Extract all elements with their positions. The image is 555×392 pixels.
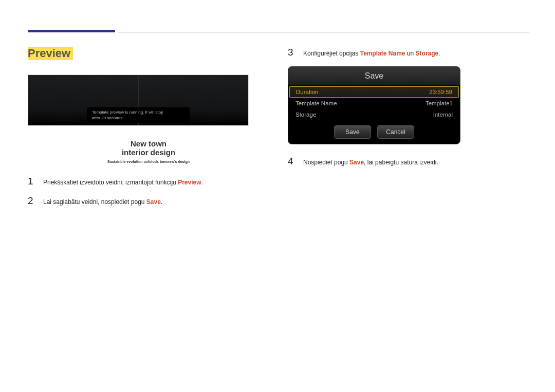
cancel-button[interactable]: Cancel [377, 125, 414, 139]
step-text-highlight: Storage [416, 50, 439, 57]
header-accent [28, 30, 115, 32]
preview-msg-line1: Template preview is running. It will sto… [92, 110, 163, 115]
save-row-label: Storage [295, 111, 316, 118]
preview-running-message: Template preview is running. It will sto… [87, 107, 190, 123]
save-row-value: 23:59:59 [429, 89, 452, 95]
step-text-suffix: . [161, 198, 162, 206]
step-text: Nospiediet pogu Save, lai pabeigtu satur… [303, 158, 438, 167]
save-row-duration[interactable]: Duration 23:59:59 [289, 86, 459, 98]
section-heading-preview: Preview [28, 47, 73, 60]
preview-screenshot: Template preview is running. It will sto… [28, 74, 249, 126]
preview-msg-line2: after 20 seconds. [92, 116, 123, 120]
step-text-suffix: . [438, 50, 440, 57]
step-text-suffix: , lai pabeigtu satura izveidi. [364, 159, 438, 166]
step-text-mid: un [405, 50, 416, 57]
save-row-storage[interactable]: Storage Internal [289, 109, 459, 120]
step-text-prefix: Lai saglabātu veidni, nospiediet pogu [43, 198, 146, 206]
step-text-prefix: Konfigurējiet opcijas [303, 50, 360, 57]
step-number: 4 [288, 156, 295, 167]
step-text-suffix: . [201, 179, 203, 186]
step-number: 3 [288, 47, 295, 58]
preview-subcaption: Sustainble evolution unfolods tomorrw's … [28, 160, 269, 163]
step-text-highlight: Template Name [360, 50, 405, 57]
save-row-template-name[interactable]: Template Name Template1 [289, 98, 459, 109]
save-dialog-actions: Save Cancel [288, 122, 460, 144]
step-text-prefix: Priekšskatiet izveidoto veidni, izmantoj… [43, 179, 178, 186]
save-dialog-body: Duration 23:59:59 Template Name Template… [288, 85, 460, 122]
page-header-rule [28, 30, 529, 32]
step-2: 2 Lai saglabātu veidni, nospiediet pogu … [28, 195, 269, 207]
step-number: 1 [28, 176, 35, 187]
step-4: 4 Nospiediet pogu Save, lai pabeigtu sat… [288, 156, 529, 167]
save-row-value: Internal [433, 111, 453, 118]
step-text: Priekšskatiet izveidoto veidni, izmantoj… [43, 178, 203, 187]
preview-caption: New town interior design [28, 139, 269, 157]
preview-caption-line2: interior design [28, 148, 269, 157]
step-number: 2 [28, 195, 35, 207]
save-row-label: Duration [296, 89, 318, 95]
step-text-highlight: Preview [178, 179, 201, 186]
step-3: 3 Konfigurējiet opcijas Template Name un… [288, 47, 529, 58]
save-row-value: Template1 [425, 100, 453, 106]
save-dialog: Save Duration 23:59:59 Template Name Tem… [288, 66, 460, 144]
save-row-label: Template Name [295, 100, 337, 106]
step-text-prefix: Nospiediet pogu [303, 159, 349, 166]
header-divider [118, 32, 529, 32]
preview-caption-line1: New town [28, 139, 269, 148]
save-dialog-title: Save [288, 67, 460, 85]
save-button[interactable]: Save [334, 125, 371, 139]
step-1: 1 Priekšskatiet izveidoto veidni, izmant… [28, 176, 269, 187]
step-text: Lai saglabātu veidni, nospiediet pogu Sa… [43, 197, 162, 207]
step-text: Konfigurējiet opcijas Template Name un S… [303, 49, 440, 58]
step-text-highlight: Save [349, 159, 364, 166]
step-text-highlight: Save [146, 198, 161, 206]
